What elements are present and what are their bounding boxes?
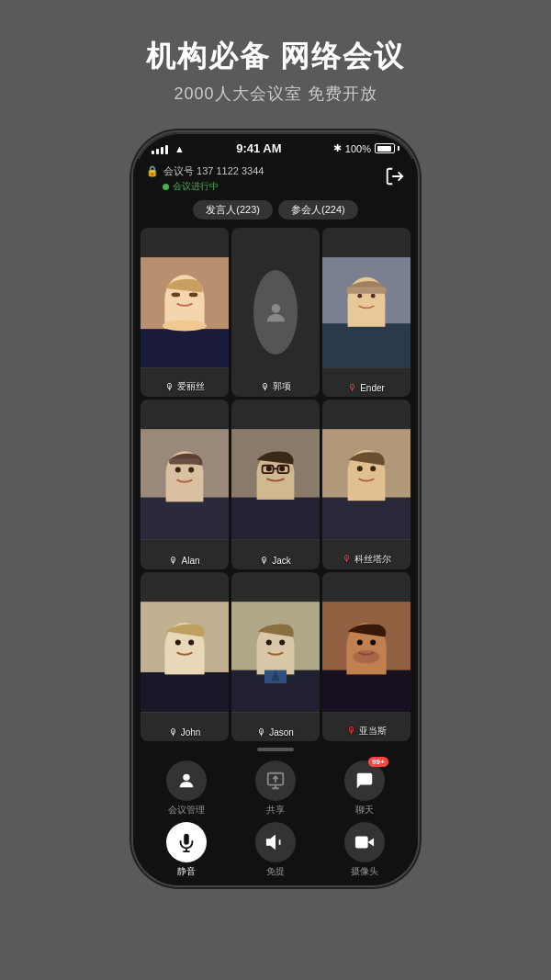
svg-rect-10 bbox=[322, 323, 410, 367]
status-time: 9:41 AM bbox=[236, 141, 281, 155]
svg-point-8 bbox=[271, 304, 280, 313]
svg-point-48 bbox=[266, 639, 272, 645]
cell-label-ender: 🎙Ender bbox=[322, 383, 410, 393]
svg-rect-19 bbox=[166, 473, 204, 501]
svg-point-42 bbox=[175, 639, 181, 645]
lock-icon: 🔒 bbox=[146, 165, 159, 177]
signal-bar-4 bbox=[165, 145, 168, 154]
meeting-tabs: 发言人(223) 参会人(224) bbox=[133, 197, 418, 225]
video-cell-ender[interactable]: 🎙Ender bbox=[322, 228, 410, 397]
ctrl-label-speaker: 免提 bbox=[266, 865, 285, 878]
svg-point-28 bbox=[279, 467, 285, 472]
status-bar-left: ▲ bbox=[152, 143, 185, 154]
svg-rect-41 bbox=[164, 646, 204, 674]
cell-label-kelistas: 🎙科丝塔尔 bbox=[322, 553, 410, 566]
ctrl-btn-chat[interactable]: 99+ bbox=[344, 760, 385, 801]
mic-icon-john: 🎙 bbox=[169, 727, 178, 738]
cell-label-jason: 🎙Jason bbox=[231, 727, 320, 738]
video-cell-john[interactable]: 🎙John bbox=[141, 572, 229, 741]
video-cell-jack[interactable]: 🎙Jack bbox=[231, 400, 320, 569]
ctrl-item-chat: 99+聊天 bbox=[337, 760, 392, 817]
ctrl-label-mute: 静音 bbox=[177, 865, 196, 878]
phone-mockup: ▲ 9:41 AM ✱ 100% 🔒 会议号 bbox=[133, 132, 418, 885]
tab-attendee[interactable]: 参会人(224) bbox=[278, 200, 358, 220]
svg-rect-33 bbox=[322, 498, 410, 540]
cell-label-jack: 🎙Jack bbox=[231, 556, 320, 566]
video-cell-alan[interactable]: 🎙Alan bbox=[141, 400, 229, 569]
tab-speaker[interactable]: 发言人(223) bbox=[193, 200, 273, 220]
bluetooth-icon: ✱ bbox=[333, 142, 342, 154]
meeting-id-text: 会议号 137 1122 3344 bbox=[163, 164, 264, 178]
ctrl-btn-camera[interactable] bbox=[344, 822, 385, 862]
cell-label-guo: 🎙郭项 bbox=[231, 380, 320, 393]
bottom-controls: 会议管理 共享 99+聊天 静音 免提 摄像头 bbox=[133, 755, 418, 885]
svg-point-57 bbox=[370, 639, 376, 645]
face-jason bbox=[231, 572, 320, 741]
meeting-info-bar: 🔒 会议号 137 1122 3344 会议进行中 bbox=[133, 159, 418, 197]
video-grid: 🎙爱丽丝 🎙郭项 🎙Ender 🎙Alan bbox=[133, 225, 418, 744]
mic-icon-alan: 🎙 bbox=[169, 556, 178, 566]
ctrl-label-share: 共享 bbox=[266, 804, 285, 817]
meeting-id-section: 🔒 会议号 137 1122 3344 会议进行中 bbox=[146, 164, 264, 193]
cell-label-alice: 🎙爱丽丝 bbox=[141, 380, 229, 393]
svg-point-36 bbox=[357, 467, 363, 472]
svg-rect-39 bbox=[141, 672, 229, 712]
meeting-status-text: 会议进行中 bbox=[173, 180, 219, 193]
cell-label-john: 🎙John bbox=[141, 727, 229, 738]
svg-rect-61 bbox=[185, 834, 190, 845]
svg-rect-12 bbox=[348, 299, 386, 327]
cell-name-john: John bbox=[181, 727, 201, 738]
mic-icon-jack: 🎙 bbox=[260, 556, 269, 566]
phone-screen-outer: ▲ 9:41 AM ✱ 100% 🔒 会议号 bbox=[133, 132, 418, 885]
svg-point-21 bbox=[188, 467, 194, 473]
svg-marker-64 bbox=[267, 837, 275, 849]
ctrl-label-chat: 聊天 bbox=[355, 804, 374, 817]
svg-point-43 bbox=[188, 639, 194, 645]
scroll-indicator bbox=[133, 744, 418, 755]
mic-icon-yadang: 🎙 bbox=[347, 726, 356, 736]
svg-rect-17 bbox=[141, 498, 229, 540]
battery-percent: 100% bbox=[345, 143, 371, 154]
exit-icon[interactable] bbox=[385, 166, 405, 191]
face-alice bbox=[141, 228, 229, 397]
ctrl-item-manage: 会议管理 bbox=[159, 760, 214, 817]
svg-point-37 bbox=[370, 467, 376, 472]
video-cell-jason[interactable]: 🎙Jason bbox=[231, 572, 320, 741]
cell-name-alan: Alan bbox=[181, 556, 199, 566]
svg-point-49 bbox=[279, 639, 285, 645]
ctrl-btn-mute[interactable] bbox=[166, 822, 207, 862]
mic-icon-kelistas: 🎙 bbox=[343, 554, 352, 564]
svg-rect-22 bbox=[169, 459, 200, 465]
status-bar-right: ✱ 100% bbox=[333, 142, 399, 154]
svg-point-56 bbox=[357, 639, 363, 645]
ctrl-btn-share[interactable] bbox=[255, 760, 296, 801]
meeting-id-row: 🔒 会议号 137 1122 3344 bbox=[146, 164, 264, 178]
mic-icon-alice: 🎙 bbox=[165, 382, 174, 392]
svg-point-4 bbox=[172, 293, 181, 298]
cell-name-jason: Jason bbox=[269, 727, 294, 738]
svg-rect-6 bbox=[141, 329, 229, 367]
battery-tip bbox=[398, 146, 399, 151]
signal-bar-3 bbox=[161, 147, 163, 154]
svg-point-20 bbox=[175, 467, 181, 473]
mic-icon-jason: 🎙 bbox=[257, 727, 266, 738]
phone-screen: 🔒 会议号 137 1122 3344 会议进行中 bbox=[133, 159, 418, 885]
page-subtitle: 2000人大会议室 免费开放 bbox=[146, 83, 406, 105]
avatar-placeholder-guo bbox=[253, 270, 298, 355]
ctrl-btn-speaker[interactable] bbox=[255, 822, 296, 862]
ctrl-btn-manage[interactable] bbox=[166, 760, 207, 801]
ctrl-item-speaker: 免提 bbox=[248, 822, 303, 878]
cell-name-kelistas: 科丝塔尔 bbox=[354, 553, 391, 566]
face-jack bbox=[231, 400, 320, 569]
face-ender bbox=[322, 228, 410, 397]
video-cell-alice[interactable]: 🎙爱丽丝 bbox=[141, 228, 229, 397]
video-cell-guo[interactable]: 🎙郭项 bbox=[231, 228, 320, 397]
face-kelistas bbox=[322, 400, 410, 569]
battery-fill bbox=[377, 146, 391, 152]
badge-chat: 99+ bbox=[368, 757, 388, 767]
ctrl-item-mute: 静音 bbox=[159, 822, 214, 878]
video-cell-kelistas[interactable]: 🎙科丝塔尔 bbox=[322, 400, 410, 569]
battery-icon bbox=[375, 143, 399, 153]
controls-row-2: 静音 免提 摄像头 bbox=[142, 822, 409, 878]
video-cell-yadang[interactable]: 🎙亚当斯 bbox=[322, 572, 410, 741]
